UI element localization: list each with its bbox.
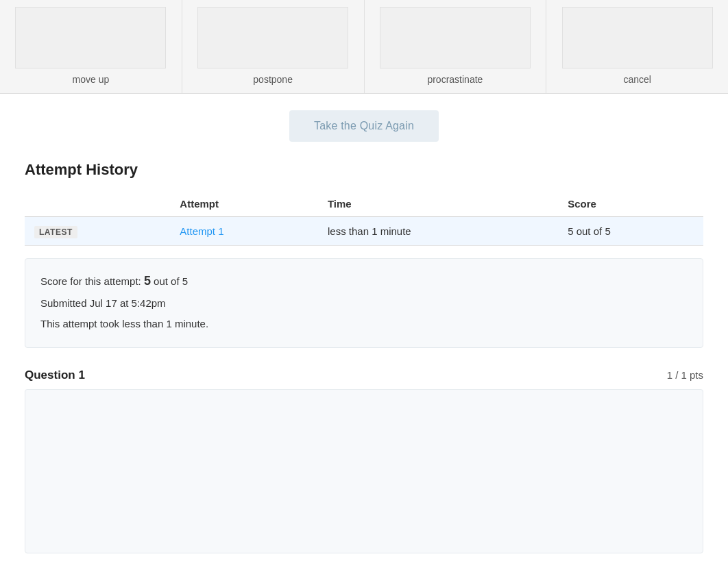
image-label-procrastinate: procrastinate [427, 74, 483, 85]
image-placeholder-move-up [15, 7, 166, 68]
score-label: Score for this attempt: [40, 275, 141, 287]
submitted-text: Submitted Jul 17 at 5:42pm [40, 295, 688, 312]
image-placeholder-procrastinate [380, 7, 531, 68]
score-value: 5 [144, 274, 151, 288]
image-placeholder-postpone [197, 7, 348, 68]
take-quiz-again-button[interactable]: Take the Quiz Again [289, 110, 439, 142]
score-for-attempt: Score for this attempt: 5 out of 5 [40, 271, 688, 291]
image-card-cancel: cancel [546, 0, 728, 93]
attempt-1-link[interactable]: Attempt 1 [180, 225, 223, 237]
quiz-again-section: Take the Quiz Again [0, 94, 728, 161]
col-header-blank [25, 191, 170, 217]
col-header-time: Time [318, 191, 558, 217]
attempt-link-cell: Attempt 1 [170, 217, 318, 246]
image-card-procrastinate: procrastinate [365, 0, 547, 93]
attempt-history-section: Attempt History Attempt Time Score LATES… [0, 161, 728, 553]
top-images-row: move up postpone procrastinate cancel [0, 0, 728, 94]
question-pts: 1 / 1 pts [667, 369, 703, 381]
attempt-history-title: Attempt History [25, 161, 703, 179]
table-row: LATEST Attempt 1 less than 1 minute 5 ou… [25, 217, 703, 246]
score-out-of: out of 5 [154, 275, 188, 287]
table-header-row: Attempt Time Score [25, 191, 703, 217]
time-taken-text: This attempt took less than 1 minute. [40, 316, 688, 332]
question-header: Question 1 1 / 1 pts [25, 362, 703, 389]
question-content-box [25, 389, 703, 553]
image-label-postpone: postpone [253, 74, 293, 85]
image-placeholder-cancel [562, 7, 713, 68]
question-title: Question 1 [25, 368, 85, 382]
score-detail-box: Score for this attempt: 5 out of 5 Submi… [25, 258, 703, 348]
image-label-cancel: cancel [623, 74, 651, 85]
attempt-time-cell: less than 1 minute [318, 217, 558, 246]
attempt-score-cell: 5 out of 5 [558, 217, 703, 246]
attempt-history-table: Attempt Time Score LATEST Attempt 1 less… [25, 191, 703, 246]
image-card-move-up: move up [0, 0, 182, 93]
latest-badge: LATEST [34, 226, 77, 238]
col-header-score: Score [558, 191, 703, 217]
image-card-postpone: postpone [182, 0, 365, 93]
question-section: Question 1 1 / 1 pts [25, 362, 703, 553]
latest-badge-cell: LATEST [25, 217, 170, 246]
col-header-attempt: Attempt [170, 191, 318, 217]
image-label-move-up: move up [73, 74, 110, 85]
